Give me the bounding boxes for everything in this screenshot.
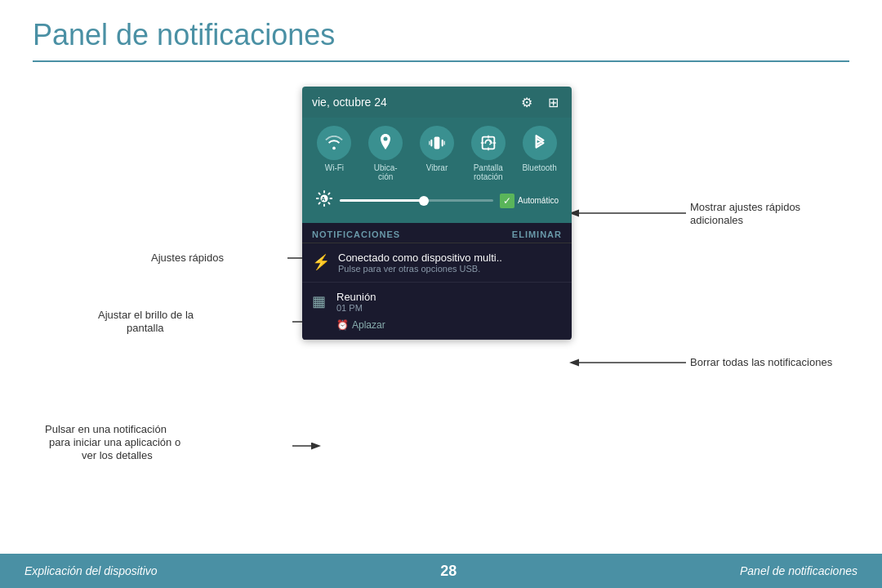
wifi-button[interactable]: Wi-Fi [311,126,357,181]
svg-text:adicionales: adicionales [690,214,744,226]
usb-notif-title: Conectado como dispositivo multi.. [338,252,562,264]
main-content: Ajustes Mostrar ajustes rápidos adiciona… [0,62,882,544]
eliminar-button[interactable]: ELIMINAR [512,229,562,239]
usb-notif-content: Conectado como dispositivo multi.. Pulse… [338,252,562,274]
brightness-slider[interactable] [340,199,493,202]
reunion-content: Reunión 01 PM [336,291,562,313]
reunion-icon: ▦ [312,292,328,310]
reunion-time: 01 PM [336,303,562,313]
phone-mockup: vie, octubre 24 ⚙ ⊞ Wi-Fi [302,87,572,340]
location-button[interactable]: Ubica-ción [363,126,408,181]
svg-text:Mostrar ajustes rápidos: Mostrar ajustes rápidos [690,201,801,213]
quick-settings-row: Wi-Fi Ubica-ción [309,126,565,181]
svg-text:A: A [321,195,326,203]
alarm-icon: ⏰ [336,319,349,331]
pantalla-icon [471,126,506,160]
page-number: 28 [440,563,457,580]
svg-text:para iniciar una aplicación o: para iniciar una aplicación o [49,436,180,448]
reunion-title: Reunión [336,291,562,303]
pantalla-button[interactable]: Pantallarotación [466,126,511,181]
svg-text:Pulsar en una notificación: Pulsar en una notificación [45,423,167,435]
svg-text:Ajustar el brillo de la: Ajustar el brillo de la [98,309,194,321]
page-title: Panel de notificaciones [0,0,882,60]
topbar-icons: ⚙ ⊞ [518,93,562,111]
location-label: Ubica-ción [374,163,398,181]
notificaciones-label: NOTIFICACIONES [312,229,400,239]
vibrar-icon [420,126,454,160]
aplazar-label: Aplazar [352,319,385,331]
aplazar-button[interactable]: ⏰ Aplazar [336,319,385,331]
quick-settings: Wi-Fi Ubica-ción [302,118,572,223]
pantalla-label: Pantallarotación [474,163,503,181]
wifi-icon [317,126,351,160]
phone-topbar: vie, octubre 24 ⚙ ⊞ [302,87,572,118]
wifi-label: Wi-Fi [325,163,344,172]
gear-icon[interactable]: ⚙ [518,93,536,111]
svg-text:Ajustes rápidos: Ajustes rápidos [151,252,224,264]
svg-rect-17 [434,137,440,149]
footer-left: Explicación del dispositivo [24,564,158,577]
phone-date: vie, octubre 24 [312,96,387,109]
reunion-actions: ⏰ Aplazar [312,319,562,331]
brightness-fill [340,199,424,202]
footer: Explicación del dispositivo 28 Panel de … [0,554,882,588]
svg-point-16 [384,137,388,141]
auto-checkbox[interactable]: ✓ Automático [500,194,559,208]
usb-notif-subtitle: Pulse para ver otras opciones USB. [338,264,562,274]
svg-text:Borrar todas las notificacione: Borrar todas las notificaciones [690,356,833,368]
brightness-row: A ✓ Automático [309,186,565,215]
brightness-thumb [419,196,429,206]
vibrar-button[interactable]: Vibrar [414,126,460,181]
brightness-icon: A [315,189,333,212]
notifications-area: NOTIFICACIONES ELIMINAR ⚡ Conectado como… [302,223,572,340]
notifications-header: NOTIFICACIONES ELIMINAR [302,223,572,243]
svg-text:pantalla: pantalla [127,322,164,334]
checkmark-icon: ✓ [500,194,514,208]
svg-text:ver los detalles: ver los detalles [82,449,153,461]
location-icon [368,126,403,160]
vibrar-label: Vibrar [426,163,448,172]
auto-label: Automático [518,196,559,205]
reunion-main: ▦ Reunión 01 PM [312,291,562,313]
svg-rect-18 [482,137,494,149]
usb-notification[interactable]: ⚡ Conectado como dispositivo multi.. Pul… [302,243,572,283]
grid-icon[interactable]: ⊞ [544,93,562,111]
bluetooth-button[interactable]: Bluetooth [517,126,563,181]
usb-icon: ⚡ [312,253,330,271]
reunion-notification[interactable]: ▦ Reunión 01 PM ⏰ Aplazar [302,283,572,340]
footer-right: Panel de notificaciones [740,564,858,577]
bluetooth-label: Bluetooth [522,163,556,172]
bluetooth-icon [523,126,557,160]
